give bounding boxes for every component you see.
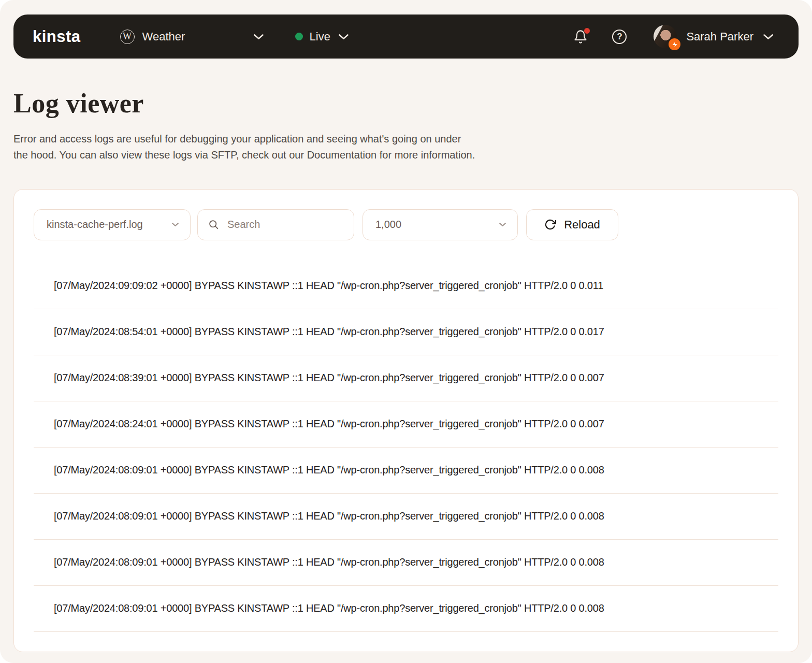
log-line-text: [07/May/2024:08:54:01 +0000] BYPASS KINS… xyxy=(54,326,604,338)
log-line-text: [07/May/2024:08:09:01 +0000] BYPASS KINS… xyxy=(54,510,604,522)
user-name[interactable]: Sarah Parker xyxy=(686,30,753,44)
log-line-text: [07/May/2024:08:09:01 +0000] BYPASS KINS… xyxy=(54,602,604,614)
log-viewer-screen: kinsta W Weather Live ? xyxy=(0,0,812,663)
environment-label: Live xyxy=(310,30,330,44)
log-row: [07/May/2024:08:09:01 +0000] BYPASS KINS… xyxy=(34,448,778,494)
log-viewer-card: kinsta-cache-perf.log 1,000 Reload xyxy=(13,189,799,652)
log-line-text: [07/May/2024:08:39:01 +0000] BYPASS KINS… xyxy=(54,372,604,384)
page-description: Error and access logs are useful for deb… xyxy=(13,131,799,163)
log-file-select[interactable]: kinsta-cache-perf.log xyxy=(34,209,191,240)
main-content: Log viewer Error and access logs are use… xyxy=(0,90,812,652)
lightning-badge xyxy=(669,38,680,50)
notification-dot xyxy=(584,28,590,34)
wordpress-icon: W xyxy=(120,30,135,44)
user-menu[interactable] xyxy=(654,25,677,48)
top-navbar: kinsta W Weather Live ? xyxy=(13,15,799,59)
page-title: Log viewer xyxy=(13,90,799,118)
notifications-button[interactable] xyxy=(573,30,588,44)
log-row: [07/May/2024:08:09:01 +0000] BYPASS KINS… xyxy=(34,494,778,540)
log-row: [07/May/2024:08:09:01 +0000] BYPASS KINS… xyxy=(34,586,778,632)
environment-selector[interactable]: Live xyxy=(295,30,349,44)
navbar-right-group: ? Sarah Parker xyxy=(573,25,774,48)
log-line-text: [07/May/2024:08:09:01 +0000] BYPASS KINS… xyxy=(54,556,604,568)
log-row: [07/May/2024:09:09:02 +0000] BYPASS KINS… xyxy=(34,263,778,309)
line-count-select[interactable]: 1,000 xyxy=(363,209,518,240)
log-row: [07/May/2024:08:09:01 +0000] BYPASS KINS… xyxy=(34,540,778,586)
search-box xyxy=(197,209,354,240)
search-input[interactable] xyxy=(226,218,343,231)
log-controls: kinsta-cache-perf.log 1,000 Reload xyxy=(34,209,778,240)
log-row: [07/May/2024:08:24:01 +0000] BYPASS KINS… xyxy=(34,401,778,448)
log-file-select-value: kinsta-cache-perf.log xyxy=(47,219,143,230)
chevron-down-icon xyxy=(338,34,349,40)
chevron-down-icon xyxy=(171,222,179,227)
help-button[interactable]: ? xyxy=(612,30,627,44)
live-status-dot xyxy=(295,33,303,40)
log-line-text: [07/May/2024:08:24:01 +0000] BYPASS KINS… xyxy=(54,418,604,430)
reload-button-label: Reload xyxy=(564,218,600,232)
line-count-select-value: 1,000 xyxy=(375,219,401,230)
log-line-text: [07/May/2024:09:09:02 +0000] BYPASS KINS… xyxy=(54,280,603,292)
description-line: the hood. You can also view these logs v… xyxy=(13,147,799,163)
reload-icon xyxy=(544,219,556,230)
lightning-icon xyxy=(672,41,678,48)
site-selector[interactable]: W Weather xyxy=(120,30,264,44)
log-row: [07/May/2024:08:54:01 +0000] BYPASS KINS… xyxy=(34,309,778,355)
log-list: [07/May/2024:09:09:02 +0000] BYPASS KINS… xyxy=(34,263,778,632)
log-row: [07/May/2024:08:39:01 +0000] BYPASS KINS… xyxy=(34,355,778,401)
chevron-down-icon[interactable] xyxy=(763,34,774,40)
description-line: Error and access logs are useful for deb… xyxy=(13,131,799,147)
log-line-text: [07/May/2024:08:09:01 +0000] BYPASS KINS… xyxy=(54,464,604,476)
kinsta-logo[interactable]: kinsta xyxy=(33,27,81,46)
search-icon xyxy=(208,219,219,230)
chevron-down-icon xyxy=(253,34,264,40)
chevron-down-icon xyxy=(499,222,506,227)
site-selector-label: Weather xyxy=(142,30,185,44)
question-mark-icon: ? xyxy=(617,32,622,42)
reload-button[interactable]: Reload xyxy=(526,209,618,240)
